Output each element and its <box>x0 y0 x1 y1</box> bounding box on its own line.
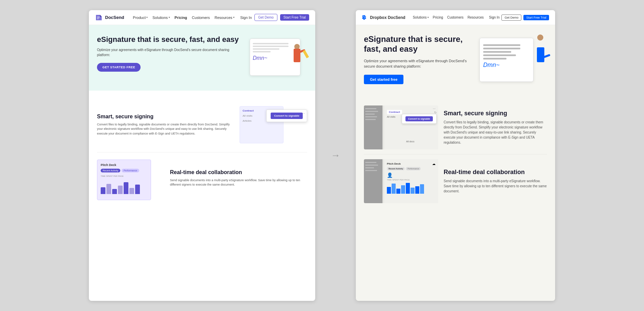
right-section-collab-text: Real-time deal collaboration Send signab… <box>444 169 547 194</box>
right-nav-solutions[interactable]: Solutions ▾ <box>413 16 429 19</box>
left-section-signing-title: Smart, secure signing <box>97 114 234 120</box>
left-nav-solutions[interactable]: Solutions ▾ <box>152 16 170 20</box>
right-sections: Contract All visits Convert to signable … <box>356 95 555 301</box>
left-allvisits-text: All visits <box>243 114 252 117</box>
right-nav-customers[interactable]: Customers <box>447 16 463 19</box>
svg-rect-0 <box>97 17 100 17</box>
right-hero-cta-button[interactable]: Get started free <box>364 75 403 84</box>
left-bar-4 <box>118 186 123 194</box>
r-bar-2 <box>392 184 396 194</box>
left-collab-tabs: Recent Activity Performance <box>101 169 147 172</box>
right-pitch-header: Pitch Deck ☁ <box>387 162 436 166</box>
right-hero-line4 <box>483 54 516 56</box>
right-section-collab-title: Real-time deal collaboration <box>444 169 547 176</box>
right-dropbox-text: Dropbox <box>370 15 387 20</box>
left-hero: eSignature that is secure, fast, and eas… <box>89 25 315 91</box>
right-signing-main: Contract All visits Convert to signable … <box>384 105 438 149</box>
left-hero-doc-line1 <box>253 43 289 44</box>
left-bar-2 <box>106 184 111 194</box>
left-hero-image: Dmn~ <box>246 35 307 82</box>
rs-line5 <box>365 119 376 120</box>
left-nav-pricing[interactable]: Pricing <box>175 16 187 20</box>
right-contract-label: Contract <box>387 110 402 114</box>
left-hero-title: eSignature that is secure, fast, and eas… <box>97 35 241 44</box>
r-bar-8 <box>420 184 424 194</box>
rs-line3 <box>365 114 375 115</box>
right-panel: Dropbox DocSend Solutions ▾ Pricing Cust… <box>356 10 555 301</box>
left-section-signing-text: Smart, secure signing Convert files to l… <box>97 114 234 136</box>
left-hero-cta-button[interactable]: GET STARTED FREE <box>97 63 141 72</box>
right-section-collab: Pitch Deck ☁ Recent Activity Performance… <box>364 154 547 208</box>
left-nav-links: Product ▾ Solutions ▾ Pricing Customers … <box>133 16 235 20</box>
left-convert-button[interactable]: Convert to signable <box>271 113 303 119</box>
right-hero-content: eSignature that is secure, fast, and eas… <box>364 34 474 84</box>
right-signing-sidebar <box>364 105 382 149</box>
left-hero-doc-line4 <box>253 51 271 52</box>
right-signin-button[interactable]: Sign In <box>489 16 499 19</box>
right-demo-button[interactable]: Get Demo <box>501 15 521 21</box>
right-nav-resources[interactable]: Resources <box>468 16 484 19</box>
right-pitch-tab-recent[interactable]: Recent Activity <box>387 167 405 170</box>
left-nav-customers[interactable]: Customers <box>192 16 210 20</box>
rs-line4 <box>365 116 377 117</box>
right-figure-body <box>537 47 544 62</box>
right-pitch-icon: ☁ <box>432 162 436 166</box>
left-signing-dots: ··· <box>302 112 305 115</box>
r-bar-7 <box>415 186 419 194</box>
right-collab-mockup: Pitch Deck ☁ Recent Activity Performance… <box>364 159 438 203</box>
right-hero-line3 <box>483 51 511 53</box>
left-signing-popup: ··· Convert to signable <box>266 110 307 122</box>
direction-arrow: → <box>331 150 340 161</box>
rs-line2 <box>365 111 378 112</box>
left-bar-7 <box>135 185 140 194</box>
left-section-collab: Real-time deal collaboration Send signab… <box>97 152 307 204</box>
r-bar-5 <box>406 183 410 194</box>
dropbox-logo-icon <box>362 15 368 21</box>
right-collab-main: Pitch Deck ☁ Recent Activity Performance… <box>384 159 438 203</box>
right-logo: Dropbox DocSend <box>362 15 405 21</box>
left-collab-header: Pitch Deck <box>101 163 147 167</box>
right-hero-desc: Optimize your agreements with eSignature… <box>364 58 474 69</box>
left-trial-button[interactable]: Start Free Trial <box>280 14 309 21</box>
left-collab-tab-perf[interactable]: Performance <box>122 169 139 172</box>
right-hero-line1 <box>483 44 520 46</box>
right-signing-popup: Convert to signable <box>402 114 437 124</box>
right-time-label: TIME SPENT PER PAGE <box>387 179 436 181</box>
left-logo: DocSend <box>95 14 124 22</box>
right-chart-bars <box>387 182 436 194</box>
left-signin-button[interactable]: Sign In <box>240 16 252 20</box>
right-trial-button[interactable]: Start Free Trial <box>523 15 549 20</box>
left-time-label: TIME SPENT PER PAGE <box>101 175 147 177</box>
left-nav-resources[interactable]: Resources ▾ <box>215 16 234 20</box>
left-figure-pencil <box>303 50 309 58</box>
right-section-signing-desc: Convert files to legally binding, signab… <box>444 120 547 145</box>
left-demo-button[interactable]: Get Demo <box>254 14 277 21</box>
arrow-container: → <box>325 150 346 161</box>
right-nav-actions: Sign In Get Demo Start Free Trial <box>489 15 549 21</box>
right-hero: eSignature that is secure, fast, and eas… <box>356 25 555 95</box>
left-nav: DocSend Product ▾ Solutions ▾ Pricing Cu… <box>89 10 315 25</box>
right-pitch-tab-perf[interactable]: Performance <box>406 167 421 170</box>
right-nav-pricing[interactable]: Pricing <box>433 16 443 19</box>
right-convert-button[interactable]: Convert to signable <box>405 116 433 121</box>
right-pitch-tabs: Recent Activity Performance <box>387 167 436 170</box>
right-nav: Dropbox DocSend Solutions ▾ Pricing Cust… <box>356 10 555 25</box>
left-bar-5 <box>124 182 128 194</box>
right-user-icon: 👤 <box>387 172 393 178</box>
right-alldocs-row: All docs <box>406 140 415 143</box>
left-hero-figure <box>287 35 307 66</box>
right-logo-text: Dropbox DocSend <box>370 15 405 20</box>
left-section-collab-title: Real-time deal collaboration <box>170 169 307 175</box>
right-docsend-text: DocSend <box>388 15 405 20</box>
right-hero-line5 <box>483 58 506 59</box>
right-section-collab-desc: Send signable documents into a multi-par… <box>444 178 547 194</box>
left-nav-product[interactable]: Product ▾ <box>133 16 148 20</box>
r-bar-3 <box>396 189 400 194</box>
left-figure-body <box>294 49 300 62</box>
left-collab-tab-recent[interactable]: Recent Activity <box>101 169 120 172</box>
left-articles-text: Articles <box>243 119 251 122</box>
left-hero-desc: Optimize your agreements with eSignature… <box>97 47 241 57</box>
right-nav-links: Solutions ▾ Pricing Customers Resources <box>413 16 485 19</box>
right-hero-image: Dmn~ <box>479 34 547 89</box>
r-bar-6 <box>411 188 415 194</box>
